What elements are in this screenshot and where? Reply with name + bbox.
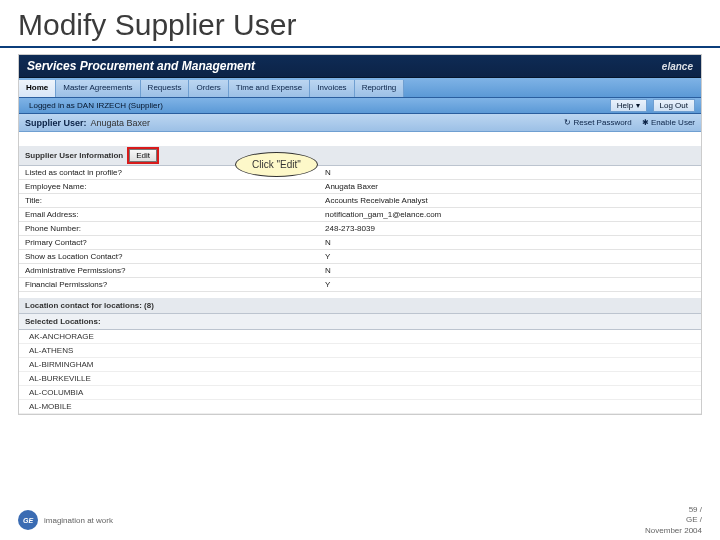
supplier-info-title: Supplier User Information	[25, 151, 123, 160]
supplier-info-header: Supplier User Information Edit	[19, 146, 701, 166]
field-value: N	[319, 236, 701, 250]
field-label: Financial Permissions?	[19, 278, 319, 292]
field-label: Show as Location Contact?	[19, 250, 319, 264]
list-item: AL-MOBILE	[19, 400, 701, 414]
table-row: Administrative Permissions?N	[19, 264, 701, 278]
table-row: Phone Number:248-273-8039	[19, 222, 701, 236]
app-window: Services Procurement and Management elan…	[18, 54, 702, 415]
field-value: 248-273-8039	[319, 222, 701, 236]
table-row: Email Address:notification_gam_1@elance.…	[19, 208, 701, 222]
page-title: Modify Supplier User	[0, 0, 720, 48]
titlebar: Services Procurement and Management elan…	[19, 55, 701, 78]
field-label: Phone Number:	[19, 222, 319, 236]
table-row: Listed as contact in profile?N	[19, 166, 701, 180]
utility-bar: Logged in as DAN IRZECH (Supplier) Help …	[19, 98, 701, 114]
logout-button[interactable]: Log Out	[653, 99, 695, 112]
field-value: Y	[319, 250, 701, 264]
footer-date: November 2004	[645, 526, 702, 536]
enable-user-link[interactable]: ✱ Enable User	[642, 118, 695, 127]
login-status: Logged in as DAN IRZECH (Supplier)	[25, 101, 163, 110]
callout-bubble: Click "Edit"	[235, 152, 318, 177]
field-value: N	[319, 264, 701, 278]
list-item: AL-BURKEVILLE	[19, 372, 701, 386]
page-header: Supplier User: Anugata Baxer ↻ Reset Pas…	[19, 114, 701, 132]
table-row: Employee Name:Anugata Baxer	[19, 180, 701, 194]
info-table: Listed as contact in profile?N Employee …	[19, 166, 701, 292]
tab-home[interactable]: Home	[19, 80, 56, 97]
table-row: Show as Location Contact?Y	[19, 250, 701, 264]
tab-time-expense[interactable]: Time and Expense	[229, 80, 310, 97]
field-value: Anugata Baxer	[319, 180, 701, 194]
location-list: AK-ANCHORAGE AL-ATHENS AL-BIRMINGHAM AL-…	[19, 330, 701, 414]
footer-org: GE /	[645, 515, 702, 525]
field-value: Y	[319, 278, 701, 292]
field-value: notification_gam_1@elance.com	[319, 208, 701, 222]
page-header-value: Anugata Baxer	[91, 118, 151, 128]
help-dropdown[interactable]: Help ▾	[610, 99, 647, 112]
edit-button[interactable]: Edit	[129, 149, 157, 162]
location-contact-header: Location contact for locations: (8)	[19, 298, 701, 314]
field-label: Employee Name:	[19, 180, 319, 194]
field-label: Title:	[19, 194, 319, 208]
tab-orders[interactable]: Orders	[189, 80, 228, 97]
slide-footer: GE imagination at work 59 / GE / Novembe…	[18, 505, 702, 536]
brand-label: elance	[662, 61, 693, 72]
field-value: N	[319, 166, 701, 180]
list-item: AL-BIRMINGHAM	[19, 358, 701, 372]
list-item: AL-COLUMBIA	[19, 386, 701, 400]
footer-tagline: imagination at work	[44, 516, 113, 525]
list-item: AL-ATHENS	[19, 344, 701, 358]
ge-logo-icon: GE	[18, 510, 38, 530]
footer-page: 59 /	[645, 505, 702, 515]
table-row: Primary Contact?N	[19, 236, 701, 250]
list-item: AK-ANCHORAGE	[19, 330, 701, 344]
tab-master-agreements[interactable]: Master Agreements	[56, 80, 140, 97]
table-row: Financial Permissions?Y	[19, 278, 701, 292]
nav-tabs: Home Master Agreements Requests Orders T…	[19, 78, 701, 98]
field-label: Administrative Permissions?	[19, 264, 319, 278]
app-title: Services Procurement and Management	[27, 59, 255, 73]
location-contact-title: Location contact for locations: (8)	[25, 301, 154, 310]
tab-invoices[interactable]: Invoices	[310, 80, 354, 97]
table-row: Title:Accounts Receivable Analyst	[19, 194, 701, 208]
tab-requests[interactable]: Requests	[141, 80, 190, 97]
field-label: Email Address:	[19, 208, 319, 222]
selected-locations-header: Selected Locations:	[19, 314, 701, 330]
field-value: Accounts Receivable Analyst	[319, 194, 701, 208]
reset-password-link[interactable]: ↻ Reset Password	[564, 118, 631, 127]
selected-locations-title: Selected Locations:	[25, 317, 101, 326]
tab-reporting[interactable]: Reporting	[355, 80, 405, 97]
field-label: Primary Contact?	[19, 236, 319, 250]
page-header-label: Supplier User:	[25, 118, 87, 128]
